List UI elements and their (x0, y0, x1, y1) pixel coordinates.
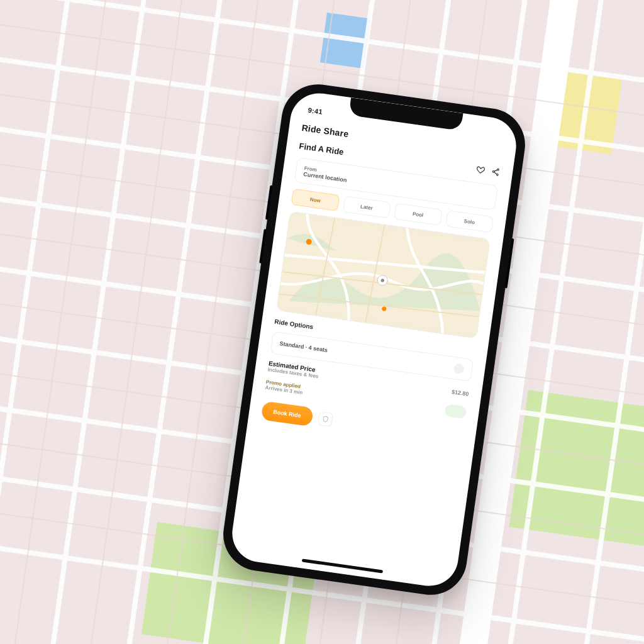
status-badge (444, 404, 467, 419)
svg-point-39 (497, 169, 499, 170)
chip-now[interactable]: Now (291, 189, 340, 211)
map-preview[interactable] (276, 211, 491, 338)
shield-icon[interactable] (318, 411, 333, 427)
share-icon[interactable] (491, 167, 501, 179)
chip-label: Solo (464, 218, 475, 225)
radio-icon (453, 363, 465, 374)
chip-solo[interactable]: Solo (445, 210, 494, 233)
chip-label: Now (309, 196, 321, 203)
chip-label: Pool (412, 211, 423, 218)
book-ride-button[interactable]: Book Ride (261, 401, 314, 426)
page-subtitle: Find A Ride (299, 141, 345, 157)
favorite-icon[interactable] (475, 165, 486, 177)
cta-label: Book Ride (273, 409, 301, 419)
price-value: $12.80 (451, 389, 469, 397)
svg-line-41 (494, 169, 497, 172)
chip-later[interactable]: Later (342, 196, 391, 218)
status-time: 9:41 (308, 106, 323, 116)
ride-option-text: Standard · 4 seats (279, 340, 328, 353)
chip-pool[interactable]: Pool (394, 203, 442, 226)
svg-line-42 (494, 172, 497, 175)
chip-label: Later (360, 203, 374, 211)
